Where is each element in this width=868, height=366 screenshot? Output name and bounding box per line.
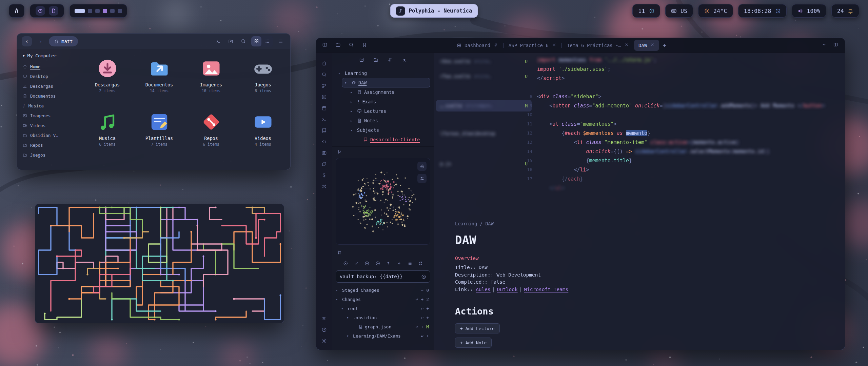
list-view-button[interactable] [262,36,272,46]
graph-sliders-button[interactable] [417,174,427,183]
collapse-button[interactable] [402,57,407,64]
sort-button[interactable] [388,57,393,64]
sidebar-item-documentos[interactable]: Documentos [20,91,70,101]
tree-item-lectures[interactable]: ▸Lectures [348,106,430,116]
git-undo-action[interactable]: ↩ [421,333,423,339]
sidebar-item-imagenes[interactable]: Imagenes [20,111,70,121]
search-button[interactable] [349,42,354,49]
notifications-module[interactable]: 24 [831,4,859,18]
keyboard-layout-module[interactable]: US [665,4,693,18]
tree-item-assignments[interactable]: ▸Assignments [348,87,430,97]
git-row-actions[interactable]: ↩+ [421,333,429,339]
code-editor[interactable]: import mementoes from '../../store.js';i… [515,55,842,192]
git-list-button[interactable] [407,261,412,267]
chevron-down-button[interactable] [822,42,827,48]
clock-module[interactable]: 18:08:28 [738,4,787,18]
terminal-button[interactable] [213,36,223,46]
launcher-button[interactable]: Λ [9,4,24,18]
workspace-3[interactable] [95,9,100,13]
git-plus-action[interactable]: + [426,306,429,311]
git-row-graph-json[interactable]: graph.json↩+M [336,322,430,331]
tree-item-notes[interactable]: ▸Notes [348,116,430,125]
sidebar-item-videos[interactable]: Videos [20,121,70,130]
git-plus-action[interactable]: + [426,333,429,339]
git-undo-action[interactable]: ↩ [421,306,423,311]
git-row-actions[interactable]: −0 [421,288,429,293]
graph-view[interactable] [336,158,430,244]
folder-plus-button[interactable] [225,36,236,46]
tab-dashboard[interactable]: Dashboard [452,40,502,51]
sidebar-item-home[interactable]: Home [20,62,70,72]
git-row-actions[interactable]: ↩+ [421,306,429,311]
updates-module[interactable]: 11 [632,4,660,18]
graph-pane-header[interactable] [332,146,434,157]
tree-item-daw[interactable]: ▾DAW [342,78,430,87]
git-row--obsidian[interactable]: ▾.obsidian↩+ [336,313,430,322]
ribbon-git-branch-button[interactable] [316,80,332,91]
tree-item-exams[interactable]: ▸!Exams [348,97,430,106]
ribbon-code-button[interactable] [316,136,332,147]
new-tab-button[interactable]: + [659,42,670,49]
add-note-button[interactable]: + Add Note [455,338,492,348]
git-download-button[interactable] [397,261,402,267]
clear-input-icon[interactable] [421,274,426,279]
git-undo-action[interactable]: ↩ [416,324,418,329]
folder-button[interactable] [335,42,341,49]
git-row-changes[interactable]: ▾Changes↩+2 [336,295,430,304]
back-button[interactable]: ‹ [22,36,32,46]
folder-plantillas[interactable]: Plantillas7 items [133,107,185,161]
volume-module[interactable]: 100% [792,4,826,18]
link-outlook[interactable]: Outlook [497,287,518,292]
sidebar-item-descargas[interactable]: Descargas [20,81,70,91]
folder-juegos[interactable]: Juegos8 items [237,54,289,107]
workspace-2[interactable] [88,9,92,13]
folder-documentos[interactable]: Documentos14 items [133,54,185,107]
menu-button[interactable] [275,36,285,46]
git-plus-action[interactable]: + [426,315,429,320]
git-undo-action[interactable]: ↩ [421,315,423,320]
link-teams[interactable]: Microsoft Teams [524,287,568,292]
folder-imagenes[interactable]: Imagenes10 items [185,54,237,107]
git-minus-action[interactable]: − [421,288,423,293]
grid-view-button[interactable] [251,36,261,46]
ribbon-calendar-button[interactable] [316,102,332,114]
folder-videos[interactable]: Videos4 items [237,107,289,161]
ribbon-book-button[interactable] [316,125,332,136]
git-minus-circle-button[interactable] [375,261,380,267]
workspace-indicator[interactable] [70,4,127,18]
workspace-5[interactable] [110,9,115,13]
ribbon-cards-button[interactable] [316,158,332,169]
close-icon[interactable] [650,42,655,48]
tree-item-subjects[interactable]: ▾Subjects [348,125,430,135]
git-row-actions[interactable]: ↩+2 [416,297,429,302]
git-upload-button[interactable] [386,261,391,267]
file-button[interactable] [49,6,58,16]
git-pane-header[interactable] [332,247,434,258]
link-aules[interactable]: Aules [476,287,491,292]
bookmark-button[interactable] [362,42,367,49]
ribbon-search-button[interactable] [316,69,332,80]
tab-asp-practice-6[interactable]: ASP Practice 6 [504,40,561,51]
sidebar-item-obsidianv[interactable]: Obsidian V… [20,130,70,140]
media-player-widget[interactable]: ♪ Polyphia - Neurotica [390,4,478,18]
git-plus-circle-button[interactable] [364,261,370,267]
breadcrumb[interactable]: matt [49,36,78,46]
git-row-actions[interactable]: ↩+M [416,324,429,329]
tree-item-desarrollo-cliente[interactable]: Desarrollo-Cliente [354,135,430,144]
panel-left-button[interactable] [322,42,328,49]
graph-gear-button[interactable] [417,162,427,171]
tree-item-learning[interactable]: ▾Learning [336,68,430,78]
ribbon-dice-button[interactable] [316,91,332,102]
sidebar-item-musica[interactable]: ♪Musica [20,101,70,111]
sidebar-header[interactable]: ▾ My Computer [20,53,70,62]
ribbon-command-button[interactable]: ⌘ [316,313,332,324]
ribbon-terminal-button[interactable] [316,114,332,125]
git-plus-action[interactable]: + [421,324,423,329]
git-row-learning-daw-exams[interactable]: ▾Learning/DAW/Exams↩+ [336,331,430,341]
git-row-actions[interactable]: ↩+ [421,315,429,320]
pin-icon[interactable] [493,42,498,48]
ribbon-home-button[interactable] [316,58,332,69]
edit-box-button[interactable] [359,57,364,64]
split-button[interactable] [833,42,838,48]
workspace-6[interactable] [118,9,122,13]
